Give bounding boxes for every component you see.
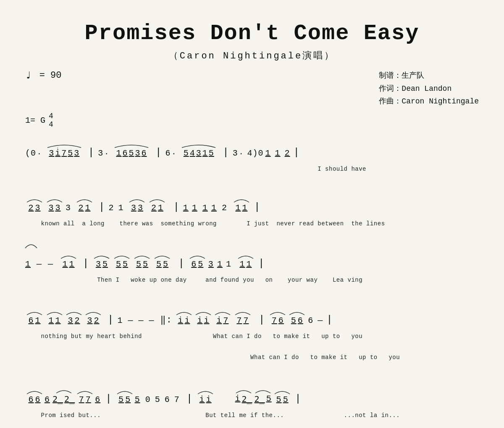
arc-group-33: 5 5: [113, 254, 131, 269]
notation-row-1: (0 · 3 i· 7 5 3 | 3 · 1 6: [25, 136, 479, 158]
notation-row-3: 1 — — 1 1 | 3 5: [25, 247, 479, 269]
bar-31: |: [83, 258, 89, 269]
notation-row-5: 6 6 6 2̲ 2̲ 7 7 6 |: [25, 383, 479, 404]
bar-41: |: [108, 314, 114, 325]
arc-group-46: i i: [194, 310, 213, 325]
bar-33: |: [258, 258, 265, 269]
lyric-row-2: known all a long there was something wro…: [25, 214, 479, 234]
note-paren-open: (0: [25, 148, 36, 158]
staff-row-1: (0 · 3 i· 7 5 3 | 3 · 1 6: [25, 136, 479, 179]
arc-group-34: 5 5: [133, 254, 151, 269]
lyric-row-1: I should have: [25, 159, 479, 179]
bar-51: |: [105, 393, 112, 404]
arc-group-52: 2̲ 2̲: [52, 388, 75, 404]
arc-svg-1: [45, 143, 83, 148]
arc-group-48: 7 7: [234, 310, 252, 325]
title: Promises Don't Come Easy: [25, 21, 479, 46]
bar-32: |: [178, 258, 184, 269]
composer: 作曲：Caron Nightingale: [379, 95, 479, 108]
bar-3: |: [223, 147, 229, 158]
arc-group-37: 1 1: [236, 254, 255, 269]
arc-group-26: 1 1: [232, 197, 251, 213]
notation-row-2: 2 3 3 3 3 2 1 | 2 1: [25, 191, 479, 213]
bar-53: |: [295, 393, 301, 404]
arc-group-32: 3 5: [92, 254, 111, 269]
bar-4: |: [294, 147, 300, 158]
bar-23: |: [254, 201, 260, 213]
staff-row-5: 6 6 6 2̲ 2̲ 7 7 6 |: [25, 383, 479, 425]
lyric-row-3: Then I woke up one day and found you on …: [25, 270, 479, 290]
arc-group-51: 6 6: [25, 389, 44, 404]
arc-group-43: 3 2: [65, 310, 83, 325]
arc-group-54: 5 5: [116, 389, 134, 404]
arc-notes-1: 3 i· 7 5 3: [49, 148, 79, 158]
arc-group-25: 2 1: [148, 197, 166, 213]
staff-row-2: 2 3 3 3 3 2 1 | 2 1: [25, 191, 479, 234]
arc-group-35: 5 5: [153, 254, 171, 269]
lyric-row-4a: nothing but my heart behind What can I d…: [25, 326, 479, 346]
arc-group-2: 1 6 5 3 6: [113, 143, 150, 158]
arranger: 制谱：生产队: [379, 69, 479, 82]
key: 1= G: [25, 116, 45, 125]
arc-group-56: i 2̲: [234, 388, 253, 404]
arc-group-36: 6 5: [188, 254, 207, 269]
key-time: 1= G 4 4: [25, 112, 479, 129]
arc-group-47: i 7: [213, 310, 232, 325]
arc-group-57: 2̲ 5: [254, 388, 272, 404]
time-sig: 4 4: [49, 112, 53, 129]
arc-group-24: 3 3: [128, 197, 146, 213]
arc-group-1: 3 i· 7 5 3: [45, 143, 83, 158]
arc-group-44: 3 2: [84, 310, 102, 325]
lyric-row-4b: What can I do to make it up to you: [25, 347, 479, 367]
lyricist: 作词：Dean Landon: [379, 82, 479, 95]
staff-row-3: 1 — — 1 1 | 3 5: [25, 247, 479, 290]
tempo-value: = 90: [34, 70, 61, 81]
staff-row-4: 6 1 1 1 3 2: [25, 304, 479, 367]
arc-group-3: 5 4 3 1 5: [180, 143, 218, 158]
arc-group-55: i i: [196, 389, 215, 404]
bar-2: |: [155, 147, 162, 158]
bar-1: |: [88, 147, 94, 158]
arc-group-42: 1 1: [45, 310, 64, 325]
arc-group-21: 2 3: [25, 197, 44, 213]
repeat-sign: ‖:: [160, 314, 172, 325]
note-3dot: 3: [98, 148, 103, 158]
arc-group-45: i i: [175, 310, 193, 325]
arc-group-58: 5 5: [273, 389, 291, 404]
credits: 制谱：生产队 作词：Dean Landon 作曲：Caron Nightinga…: [379, 69, 479, 108]
lyric-row-5: Prom ised but... But tell me if the... .…: [25, 405, 479, 425]
bar-43: |: [326, 314, 333, 325]
arc-group-53: 7 7: [76, 389, 94, 404]
note-dot-1: ·: [37, 150, 42, 158]
subtitle: （Caron Nightingale演唱）: [25, 49, 479, 62]
notation-row-4: 6 1 1 1 3 2: [25, 304, 479, 325]
tempo-note: ♩: [25, 69, 31, 82]
tempo: ♩ = 90: [25, 69, 61, 82]
arc-group-31: 1 1: [59, 254, 78, 269]
arc-group-410: 5 6: [288, 310, 306, 325]
bar-52: |: [186, 393, 193, 404]
arc-group-49: 7 6: [268, 310, 287, 325]
arc-group-23: 2 1: [75, 197, 94, 213]
bar-21: |: [99, 201, 105, 213]
bar-22: |: [173, 201, 179, 213]
bar-42: |: [259, 314, 265, 325]
arc-group-41: 6 1: [25, 310, 44, 325]
arc-group-22: 3 3: [45, 197, 64, 213]
